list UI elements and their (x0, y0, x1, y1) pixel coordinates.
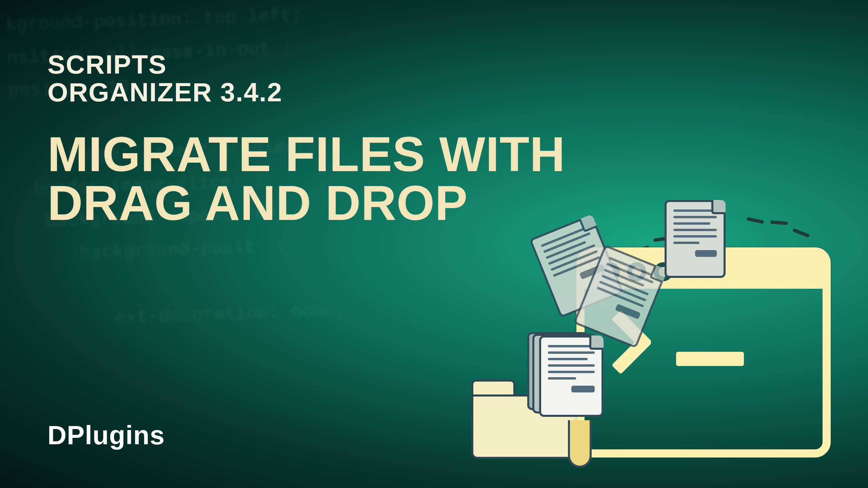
paper-curl-icon (568, 420, 592, 468)
headline-line2: DRAG AND DROP (47, 179, 821, 228)
brand-logo: DPlugins (47, 420, 165, 451)
hero-content: SCRIPTS ORGANIZER 3.4.2 MIGRATE FILES WI… (0, 0, 868, 279)
prompt-cursor-icon (676, 352, 744, 366)
product-name-line1: SCRIPTS (47, 51, 821, 79)
headline: MIGRATE FILES WITH DRAG AND DROP (47, 130, 821, 228)
brand-logo-text: DPlugins (47, 420, 165, 451)
headline-line1: MIGRATE FILES WITH (47, 130, 821, 179)
product-name-line2: ORGANIZER 3.4.2 (47, 79, 821, 106)
document-icon (539, 336, 604, 417)
product-name: SCRIPTS ORGANIZER 3.4.2 (47, 51, 821, 106)
